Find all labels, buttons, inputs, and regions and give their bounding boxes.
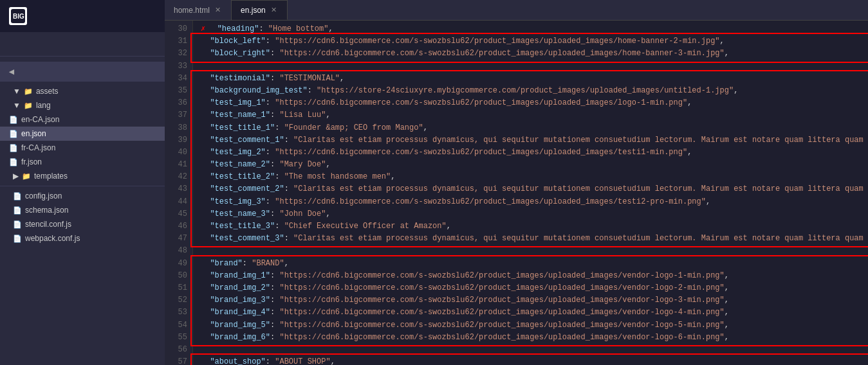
file-icon: 📄 — [13, 235, 22, 243]
file-tree: ▼ 📁 assets ▼ 📁 lang 📄 en-CA.json 📄 en.js… — [0, 82, 165, 248]
tree-item-webpack-conf-js[interactable]: 📄 webpack.conf.js — [0, 231, 165, 245]
store-info — [0, 32, 165, 57]
file-icon: 📄 — [9, 158, 18, 166]
folder-icon: 📁 — [24, 87, 33, 96]
tree-item-schema-json[interactable]: 📄 schema.json — [0, 203, 165, 217]
tree-item-en-json[interactable]: 📄 en.json — [0, 127, 165, 141]
edit-theme-files-button[interactable]: ◀ — [0, 62, 165, 82]
main-panel: home.html ✕ en.json ✕ 303132333435363738… — [165, 0, 868, 365]
sidebar-nav: ◀ ▼ 📁 assets ▼ 📁 lang 📄 en-CA.json 📄 en.… — [0, 57, 165, 253]
logo-area: BIG — [0, 0, 165, 32]
folder-icon: 📁 — [24, 102, 33, 110]
tab-en-json[interactable]: en.json ✕ — [232, 0, 288, 20]
folder-icon: 📁 — [22, 172, 31, 181]
tab-home-html[interactable]: home.html ✕ — [165, 0, 232, 20]
tree-item-fr-json[interactable]: 📄 fr.json — [0, 155, 165, 169]
arrow-icon: ◀ — [9, 68, 14, 75]
close-tab-en-json[interactable]: ✕ — [270, 6, 278, 14]
tree-item-config-json[interactable]: 📄 config.json — [0, 189, 165, 203]
code-area[interactable]: ✗ "heading": "Home bottom", "block_left"… — [193, 21, 868, 365]
tree-item-en-ca-json[interactable]: 📄 en-CA.json — [0, 112, 165, 127]
file-icon: 📄 — [9, 130, 18, 138]
svg-text:BIG: BIG — [13, 13, 24, 20]
tree-item-templates[interactable]: ▶ 📁 templates — [0, 169, 165, 183]
file-icon: 📄 — [9, 116, 18, 124]
line-numbers: 3031323334353637383940414243444546474849… — [165, 21, 193, 365]
tree-item-assets[interactable]: ▼ 📁 assets — [0, 84, 165, 98]
collapse-button[interactable] — [148, 40, 156, 42]
expand-icon: ▼ — [13, 87, 21, 96]
sidebar: BIG ◀ ▼ 📁 assets ▼ 📁 — [0, 0, 165, 365]
tree-item-stencil-conf-js[interactable]: 📄 stencil.conf.js — [0, 217, 165, 231]
editor-content: 3031323334353637383940414243444546474849… — [165, 21, 868, 365]
file-icon: 📄 — [13, 220, 22, 229]
close-tab-home-html[interactable]: ✕ — [214, 6, 222, 14]
tree-item-lang[interactable]: ▼ 📁 lang — [0, 98, 165, 112]
tree-item-fr-ca-json[interactable]: 📄 fr-CA.json — [0, 141, 165, 155]
file-icon: 📄 — [9, 144, 18, 152]
divider — [0, 186, 165, 186]
code-editor[interactable]: 3031323334353637383940414243444546474849… — [165, 21, 868, 365]
expand-icon: ▶ — [13, 172, 19, 181]
file-icon: 📄 — [13, 192, 22, 200]
expand-icon: ▼ — [13, 101, 21, 110]
store-name — [9, 40, 12, 49]
logo-icon: BIG — [9, 7, 27, 25]
file-icon: 📄 — [13, 206, 22, 215]
tabs-bar: home.html ✕ en.json ✕ — [165, 0, 868, 21]
